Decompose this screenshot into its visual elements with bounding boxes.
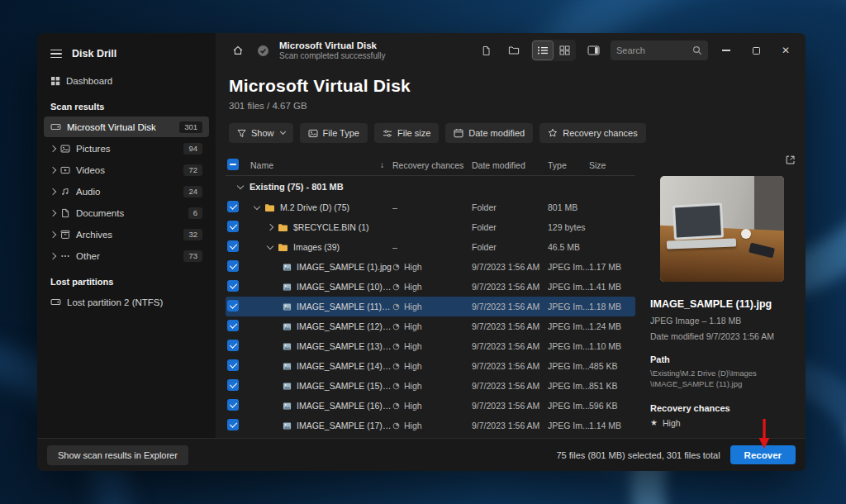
recovery-value: High xyxy=(404,282,422,292)
recover-button[interactable]: Recover xyxy=(730,445,796,464)
open-preview-icon[interactable] xyxy=(785,155,796,165)
recovery-value: High xyxy=(404,381,422,391)
image-icon xyxy=(283,362,292,371)
chevron-right-icon[interactable] xyxy=(50,209,56,216)
open-folder-button[interactable] xyxy=(503,40,525,60)
preview-image[interactable] xyxy=(660,176,784,282)
desktop: { "icons": { "sort_desc": "↓", "star": "… xyxy=(0,0,846,504)
grid-view-button[interactable] xyxy=(554,40,575,60)
file-type: JPEG Im... xyxy=(548,401,589,411)
expander-icon[interactable] xyxy=(267,242,273,249)
date-modified: 9/7/2023 1:56 AM xyxy=(472,302,548,311)
table-row[interactable]: IMAGE_SAMPLE (1).jpg High 9/7/2023 1:56 … xyxy=(226,257,635,277)
row-checkbox[interactable] xyxy=(227,359,239,371)
date-modified-filter[interactable]: Date modified xyxy=(445,123,533,143)
table-row[interactable]: IMAGE_SAMPLE (17).jpg High 9/7/2023 1:56… xyxy=(226,416,635,435)
table-row[interactable]: IMAGE_SAMPLE (15).jpg High 9/7/2023 1:56… xyxy=(226,376,635,396)
table-row[interactable]: IMAGE_SAMPLE (12).jpg High 9/7/2023 1:56… xyxy=(226,316,635,336)
sidebar-item[interactable]: Documents 6 xyxy=(44,202,209,223)
file-info-button[interactable] xyxy=(475,40,497,60)
sidebar-item[interactable]: Microsoft Virtual Disk 301 xyxy=(44,116,209,137)
file-type: JPEG Im... xyxy=(548,361,589,371)
recovery-gauge-icon xyxy=(392,264,400,271)
sidebar-item[interactable]: Audio 24 xyxy=(44,181,209,202)
selection-status: 75 files (801 MB) selected, 301 files to… xyxy=(557,450,720,460)
file-type: JPEG Im... xyxy=(548,341,589,351)
chevron-right-icon[interactable] xyxy=(50,188,56,194)
table-row[interactable]: IMAGE_SAMPLE (11).jpg High 9/7/2023 1:56… xyxy=(226,297,635,316)
minimize-button[interactable] xyxy=(715,40,738,61)
file-size: 1.18 MB xyxy=(589,302,635,311)
row-checkbox[interactable] xyxy=(227,379,239,391)
file-count-badge: 94 xyxy=(183,143,202,155)
chevron-right-icon[interactable] xyxy=(50,231,56,237)
maximize-button[interactable] xyxy=(744,40,768,61)
date-modified: – xyxy=(392,242,472,252)
titlebar: Microsoft Virtual Disk Scan completed su… xyxy=(216,33,806,68)
show-filter-dropdown[interactable]: Show xyxy=(229,123,293,143)
image-icon xyxy=(283,402,292,411)
row-checkbox[interactable] xyxy=(227,201,239,212)
row-checkbox[interactable] xyxy=(227,260,239,272)
table-row[interactable]: IMAGE_SAMPLE (10).jpg High 9/7/2023 1:56… xyxy=(226,277,635,297)
sidebar-item[interactable]: Archives 32 xyxy=(44,224,209,245)
file-name: $RECYCLE.BIN (1) xyxy=(293,222,369,232)
table-row[interactable]: IMAGE_SAMPLE (16).jpg High 9/7/2023 1:56… xyxy=(226,396,635,416)
date-modified: 9/7/2023 1:56 AM xyxy=(472,381,548,391)
sidebar-item[interactable]: Other 73 xyxy=(44,245,209,266)
chevron-right-icon[interactable] xyxy=(50,166,56,173)
file-size-filter[interactable]: File size xyxy=(374,123,439,143)
file-size: 46.5 MB xyxy=(548,242,589,252)
image-icon xyxy=(283,421,292,430)
chevron-right-icon[interactable] xyxy=(50,145,56,151)
home-button[interactable] xyxy=(227,40,249,60)
preview-panel-toggle-button[interactable] xyxy=(582,40,604,60)
sidebar-item[interactable]: Videos 72 xyxy=(44,159,209,180)
image-icon xyxy=(283,302,292,311)
row-checkbox[interactable] xyxy=(227,280,239,292)
sidebar-item-label: Microsoft Virtual Disk xyxy=(67,122,156,132)
row-checkbox[interactable] xyxy=(227,320,239,331)
column-size[interactable]: Size xyxy=(589,160,635,170)
table-row[interactable]: $RECYCLE.BIN (1) Folder 129 bytes xyxy=(226,217,635,237)
row-checkbox[interactable] xyxy=(227,300,239,311)
recovery-gauge-icon xyxy=(392,402,400,410)
file-name: IMAGE_SAMPLE (10).jpg xyxy=(297,282,392,292)
table-row[interactable]: M.2 Drive (D) (75) – Folder 801 MB xyxy=(226,197,635,217)
sidebar-item-lost-partition[interactable]: Lost partition 2 (NTFS) xyxy=(44,292,209,312)
list-view-button[interactable] xyxy=(532,40,554,60)
sidebar-item[interactable]: Pictures 94 xyxy=(44,138,209,159)
group-row-existing[interactable]: Existing (75) - 801 MB xyxy=(226,176,635,197)
sidebar-item-dashboard[interactable]: Dashboard xyxy=(44,70,209,91)
row-checkbox[interactable] xyxy=(227,399,239,411)
picture-icon xyxy=(308,129,318,138)
row-checkbox[interactable] xyxy=(227,340,239,351)
file-type: JPEG Im... xyxy=(548,282,589,292)
file-type-filter[interactable]: File Type xyxy=(300,123,368,143)
row-checkbox[interactable] xyxy=(227,419,239,430)
chevron-down-icon[interactable] xyxy=(237,182,244,188)
date-modified: 9/7/2023 1:56 AM xyxy=(472,401,548,411)
image-icon xyxy=(283,342,292,351)
search-icon xyxy=(692,45,702,55)
recovery-chances-filter[interactable]: Recovery chances xyxy=(539,123,646,143)
table-row[interactable]: IMAGE_SAMPLE (13).jpg High 9/7/2023 1:56… xyxy=(226,336,635,356)
row-checkbox[interactable] xyxy=(227,240,239,252)
close-button[interactable]: ✕ xyxy=(774,40,797,61)
expander-icon[interactable] xyxy=(254,202,260,209)
chevron-right-icon[interactable] xyxy=(50,252,56,259)
expander-icon[interactable] xyxy=(267,224,273,231)
table-row[interactable]: Images (39) – Folder 46.5 MB xyxy=(226,237,635,257)
column-name[interactable]: Name xyxy=(250,160,273,170)
column-type[interactable]: Type xyxy=(548,160,589,170)
show-in-explorer-button[interactable]: Show scan results in Explorer xyxy=(47,445,188,465)
column-date-modified[interactable]: Date modified xyxy=(472,160,548,170)
column-recovery-chances[interactable]: Recovery chances xyxy=(392,160,472,170)
row-checkbox[interactable] xyxy=(227,221,239,232)
file-name: IMAGE_SAMPLE (1).jpg xyxy=(297,262,392,272)
hamburger-menu-icon[interactable] xyxy=(50,50,62,59)
table-row[interactable]: IMAGE_SAMPLE (14).jpg High 9/7/2023 1:56… xyxy=(226,356,635,376)
search-input[interactable] xyxy=(616,45,687,55)
select-all-checkbox[interactable] xyxy=(227,159,239,170)
file-size: 485 KB xyxy=(589,361,635,371)
